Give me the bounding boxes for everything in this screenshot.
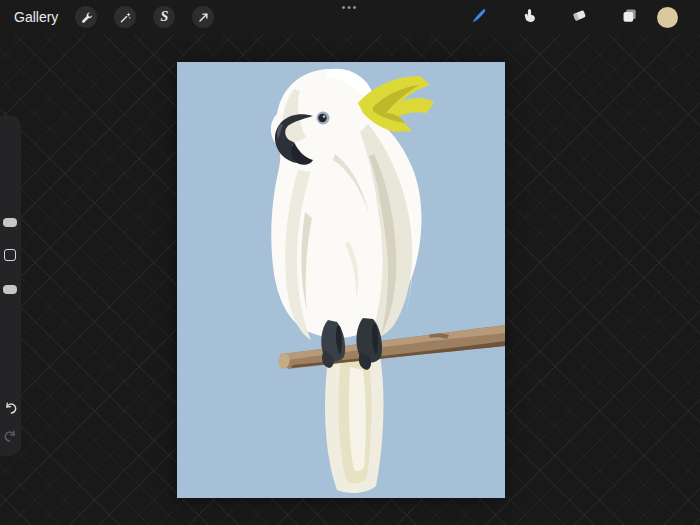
transform-button[interactable] — [192, 6, 214, 28]
brush-size-slider[interactable] — [3, 218, 17, 227]
color-button[interactable] — [656, 6, 678, 28]
top-toolbar: Gallery S — [0, 0, 700, 34]
canvas-area[interactable] — [177, 62, 505, 498]
tail-feathers — [325, 352, 383, 493]
opacity-slider[interactable] — [3, 285, 17, 294]
adjustments-button[interactable] — [114, 6, 136, 28]
transform-arrow-icon — [197, 11, 210, 24]
eye — [317, 112, 330, 125]
selection-button[interactable]: S — [153, 6, 175, 28]
cockatoo-painting[interactable] — [177, 62, 505, 498]
brush-icon — [470, 7, 488, 28]
actions-button[interactable] — [75, 6, 97, 28]
paint-tool-button[interactable] — [468, 6, 490, 28]
layers-button[interactable] — [618, 6, 640, 28]
toolbar-right-group — [468, 0, 700, 34]
sidebar — [0, 116, 21, 456]
undo-arrow-icon — [3, 400, 18, 418]
magic-wand-icon — [119, 11, 132, 24]
redo-button[interactable] — [2, 428, 19, 445]
redo-arrow-icon — [3, 428, 18, 446]
layers-icon — [621, 7, 638, 27]
selection-s-icon: S — [160, 10, 168, 24]
smudge-tool-button[interactable] — [518, 6, 540, 28]
gallery-button[interactable]: Gallery — [14, 9, 58, 25]
erase-tool-button[interactable] — [568, 6, 590, 28]
color-swatch-circle — [657, 7, 678, 28]
multitask-dots-handle[interactable]: ••• — [336, 1, 365, 14]
eraser-icon — [571, 7, 588, 27]
modify-button[interactable] — [4, 249, 16, 261]
wrench-icon — [80, 11, 93, 24]
toolbar-left-group: Gallery S — [0, 6, 214, 28]
undo-button[interactable] — [2, 400, 19, 417]
smudge-finger-icon — [521, 7, 538, 27]
